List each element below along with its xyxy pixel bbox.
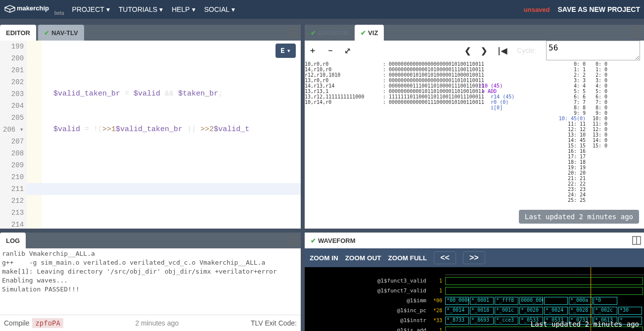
signal-value: *33	[429, 316, 444, 326]
tab-log[interactable]: LOG	[0, 233, 26, 248]
check-icon: ✔	[361, 29, 366, 37]
log-time: 2 minutes ago	[66, 319, 248, 327]
menu-tutorials[interactable]: TUTORIALS▾	[119, 5, 163, 13]
tab-nav-tlv[interactable]: ✔NAV-TLV	[38, 25, 84, 41]
editor-panel: EDITOR ✔NAV-TLV 199200201202203204205206…	[0, 25, 301, 229]
layout-icon[interactable]	[289, 236, 298, 245]
check-icon: ✔	[311, 237, 316, 244]
tab-viz[interactable]: ✔VIZ	[355, 25, 384, 41]
tabstrip-bg	[0, 19, 644, 25]
log-status: Compile zpfoPA 2 minutes ago TLV Exit Co…	[0, 315, 301, 331]
zoom-full-button[interactable]: ZOOM FULL	[388, 254, 427, 262]
tab-waveform[interactable]: ✔WAVEFORM	[305, 233, 362, 248]
signal-value: 1	[429, 326, 444, 331]
expand-icon[interactable]: ⤢	[344, 46, 351, 55]
log-panel: LOG ranlib Vmakerchip__ALL.a g++ -g sim_…	[0, 233, 301, 331]
signal-label[interactable]: @1$inc_pc	[305, 306, 429, 316]
wave-row[interactable]	[445, 276, 644, 286]
step-back-icon[interactable]: ❮	[464, 46, 471, 55]
signal-value: *00	[429, 296, 444, 306]
cycle-label: Cycle:	[517, 47, 536, 54]
caret-down-icon: ▾	[287, 47, 291, 55]
top-nav: makerchip beta PROJECT▾ TUTORIALS▾ HELP▾…	[0, 0, 644, 19]
wave-row[interactable]	[445, 286, 644, 296]
viz-body[interactable]: 10,r0,r0 14,r10,r0 r12,r10,1010 13,r0,r0…	[305, 60, 644, 229]
e-dropdown-button[interactable]: E▾	[276, 44, 296, 58]
wave-last-updated: Last updated 2 minutes ago	[531, 320, 639, 328]
cycle-input[interactable]	[546, 41, 640, 60]
caret-down-icon: ▾	[159, 5, 163, 13]
logo-icon: makerchip	[4, 3, 51, 15]
tab-diagram[interactable]: ✔DIAGRAM	[305, 25, 355, 41]
layout-icon[interactable]	[632, 28, 641, 37]
code-area[interactable]: $valid_taken_br = $valid && $taken_br; $…	[27, 41, 301, 229]
zoom-out-icon[interactable]: －	[326, 46, 334, 56]
signal-label[interactable]: @1$imm	[305, 296, 429, 306]
wave-button-bar: ZOOM IN ZOOM OUT ZOOM FULL << >>	[305, 248, 644, 267]
unsaved-label: unsaved	[524, 6, 550, 13]
zoom-in-button[interactable]: ZOOM IN	[310, 254, 338, 262]
exit-code-label: TLV Exit Code:	[251, 319, 297, 327]
waveform-panel: ✔WAVEFORM ZOOM IN ZOOM OUT ZOOM FULL << …	[305, 233, 644, 331]
check-icon: ✔	[311, 29, 316, 37]
editor-body[interactable]: 199200201202203204205206 ▾20720820921021…	[0, 41, 301, 229]
caret-down-icon: ▾	[192, 5, 195, 13]
signal-value: 1	[429, 276, 444, 286]
log-body[interactable]: ranlib Vmakerchip__ALL.a g++ -g sim_main…	[0, 248, 301, 315]
step-fwd-icon[interactable]: ❯	[481, 46, 487, 55]
layout-icon[interactable]	[632, 236, 641, 245]
caret-down-icon: ▾	[106, 5, 110, 13]
waveform-area[interactable]: @1$funct3_valid@1$funct7_valid@1$imm@1$i…	[305, 267, 644, 331]
menu-help[interactable]: HELP▾	[172, 5, 195, 13]
check-icon: ✔	[44, 29, 49, 37]
signal-label[interactable]: @1$instr	[305, 316, 429, 326]
caret-down-icon: ▾	[231, 5, 235, 13]
viz-last-updated: Last updated 2 minutes ago	[519, 210, 639, 224]
menu-project[interactable]: PROJECT▾	[72, 5, 109, 13]
scroll-right-button[interactable]: >>	[463, 251, 485, 264]
scroll-left-button[interactable]: <<	[434, 251, 456, 264]
tab-editor[interactable]: EDITOR	[0, 25, 36, 41]
zoom-out-button[interactable]: ZOOM OUT	[345, 254, 381, 262]
zoom-in-icon[interactable]: ＋	[309, 46, 317, 56]
signal-label[interactable]: @1$funct7_valid	[305, 286, 429, 296]
compile-id[interactable]: zpfoPA	[32, 318, 63, 328]
signal-value: *28	[429, 306, 444, 316]
beta-label: beta	[54, 10, 64, 16]
viz-toolbar: ＋ － ⤢ ❮ ❯ ∣◀ Cycle:	[305, 41, 644, 60]
wave-row[interactable]: *_0014*_0018*_001c*_0020*_0024*_0028*_00…	[445, 306, 644, 316]
svg-text:makerchip: makerchip	[17, 4, 49, 12]
signal-label[interactable]: @1$is_add	[305, 326, 429, 331]
signal-label[interactable]: @1$funct3_valid	[305, 276, 429, 286]
signal-value: 1	[429, 286, 444, 296]
compile-label: Compile	[4, 319, 29, 327]
skip-start-icon[interactable]: ∣◀	[497, 46, 507, 55]
save-as-button[interactable]: SAVE AS NEW PROJECT	[558, 5, 640, 13]
menu-bar: PROJECT▾ TUTORIALS▾ HELP▾ SOCIAL▾	[72, 5, 235, 13]
menu-social[interactable]: SOCIAL▾	[204, 5, 235, 13]
wave-row[interactable]: *00_0000*_0001*_fff80000_0000*_000a*0	[445, 296, 644, 306]
viz-panel: ✔DIAGRAM ✔VIZ ＋ － ⤢ ❮ ❯ ∣◀ Cycle: 10,r0,…	[305, 25, 644, 229]
logo-block: makerchip beta	[4, 3, 64, 16]
gutter: 199200201202203204205206 ▾20720820921021…	[0, 41, 27, 229]
layout-icon[interactable]	[289, 28, 298, 37]
